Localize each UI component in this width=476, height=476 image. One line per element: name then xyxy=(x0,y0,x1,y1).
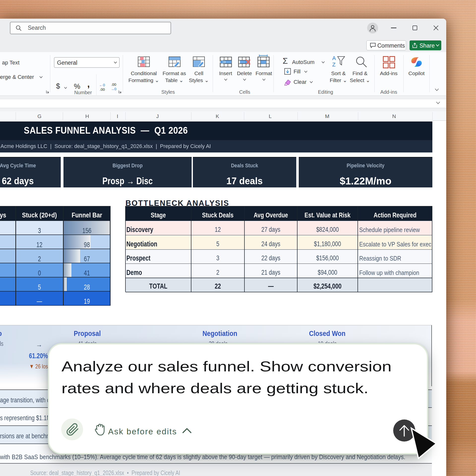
svg-text:Z: Z xyxy=(332,61,335,68)
svg-text:A: A xyxy=(332,55,336,61)
